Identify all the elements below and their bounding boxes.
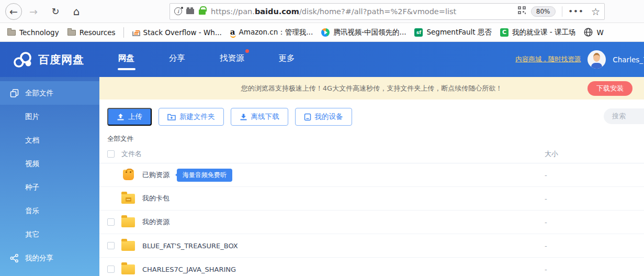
- file-name[interactable]: 已购资源: [142, 170, 170, 180]
- app-body: 全部文件 图片 文档 视频 种子 音乐 其它 我的分享 您的浏览器支持极速上传！…: [0, 77, 644, 276]
- amazon-icon: a: [230, 28, 235, 36]
- share-icon: [10, 253, 19, 262]
- sidebar-item-pictures[interactable]: 图片: [0, 105, 99, 128]
- sidebar-item-my-shares[interactable]: 我的分享: [0, 246, 99, 270]
- tencent-video-icon: [321, 28, 330, 37]
- globe-icon: [584, 28, 593, 37]
- nav-tab-more[interactable]: 更多: [279, 48, 295, 71]
- bookmark-stackoverflow[interactable]: Stack Overflow - Wh...: [128, 28, 226, 37]
- file-row-purchased[interactable]: 已购资源 海量音频免费听 -: [99, 163, 644, 187]
- bookmark-label: 我的就业课 - 课工场: [512, 28, 575, 37]
- forward-button[interactable]: →: [25, 3, 42, 20]
- download-icon: [240, 113, 247, 121]
- column-size: 大小: [545, 149, 644, 159]
- secure-lock-icon: [199, 9, 206, 15]
- file-name[interactable]: 我的资源: [142, 217, 170, 227]
- baidu-pan-logo[interactable]: 百度网盘: [13, 51, 84, 68]
- upload-notice-banner: 您的浏览器支持极速上传！4G大文件高速秒传，支持文件夹上传，断点续传随心所欲！ …: [99, 77, 644, 100]
- browser-toolbar: ← → ↻ ⌂ i https://pan.baidu.com/disk/hom…: [0, 0, 644, 23]
- sidebar-item-videos[interactable]: 视频: [0, 152, 99, 175]
- back-button[interactable]: ←: [5, 3, 22, 20]
- file-name[interactable]: CHARLES7C_JAVA_SHARING: [142, 266, 236, 273]
- content-mall-link[interactable]: 内容商城，随时找资源: [515, 55, 581, 64]
- bookmark-label: SegmentFault 思否: [426, 28, 491, 37]
- offline-download-button[interactable]: 离线下载: [231, 108, 288, 126]
- file-name[interactable]: BLUE_FAT'S_TREASURE_BOX: [142, 242, 238, 250]
- row-checkbox[interactable]: [107, 266, 115, 273]
- file-name[interactable]: 我的卡包: [142, 194, 170, 203]
- file-size: -: [545, 218, 644, 226]
- url-text[interactable]: https://pan.baidu.com/disk/home?#/all?pa…: [211, 7, 515, 16]
- file-row-card-pack[interactable]: 我的卡包 -: [99, 187, 644, 211]
- nav-tab-disk[interactable]: 网盘: [118, 48, 134, 71]
- reload-button[interactable]: ↻: [47, 3, 64, 20]
- row-checkbox[interactable]: [107, 218, 115, 226]
- segmentfault-icon: sf: [414, 28, 423, 37]
- bookmark-label: Technology: [19, 28, 59, 37]
- file-size: -: [545, 171, 644, 179]
- file-list-header: 文件名 大小: [99, 145, 644, 163]
- folder-icon: [7, 30, 16, 36]
- bookmark-segmentfault[interactable]: sfSegmentFault 思否: [410, 28, 495, 37]
- main-content: 您的浏览器支持极速上传！4G大文件高速秒传，支持文件夹上传，断点续传随心所欲！ …: [99, 77, 644, 276]
- bookmark-kegongchang[interactable]: C我的就业课 - 课工场: [496, 28, 580, 37]
- row-checkbox[interactable]: [107, 242, 115, 249]
- sidebar-item-torrents[interactable]: 种子: [0, 175, 99, 199]
- bookmark-folder-resources[interactable]: Resources: [63, 28, 120, 37]
- qr-code-icon[interactable]: [518, 6, 526, 16]
- upload-button[interactable]: 上传: [107, 108, 152, 126]
- file-row-java-sharing[interactable]: CHARLES7C_JAVA_SHARING -: [99, 258, 644, 276]
- forward-icon: →: [29, 6, 38, 17]
- select-all-checkbox[interactable]: [107, 150, 115, 158]
- nav-tab-find-resources[interactable]: 找资源: [220, 48, 244, 71]
- sidebar-item-label: 种子: [25, 183, 39, 192]
- file-size: -: [545, 242, 644, 250]
- baidu-pan-logo-icon: [13, 51, 33, 68]
- site-info-icon[interactable]: i: [174, 7, 182, 15]
- notification-dot: [245, 49, 249, 53]
- sidebar-item-music[interactable]: 音乐: [0, 199, 99, 223]
- nav-tab-share[interactable]: 分享: [169, 48, 185, 71]
- camera-permission-icon[interactable]: [186, 9, 194, 14]
- file-row-my-resources[interactable]: 我的资源 -: [99, 211, 644, 234]
- folder-icon: [121, 263, 135, 275]
- bookmark-star-icon[interactable]: ☆: [591, 6, 600, 17]
- my-device-button[interactable]: 我的设备: [295, 108, 352, 126]
- bookmark-label: 腾讯视频-中国领先的...: [333, 28, 406, 37]
- bookmark-tencent-video[interactable]: 腾讯视频-中国领先的...: [317, 28, 410, 37]
- sidebar-item-label: 全部文件: [25, 89, 53, 98]
- sidebar-item-label: 图片: [25, 112, 39, 122]
- zoom-level-badge[interactable]: 80%: [531, 6, 556, 17]
- avatar[interactable]: [587, 50, 606, 69]
- bookmark-label: Amazon.cn：管理我...: [239, 28, 313, 37]
- purchased-bag-icon: [121, 169, 135, 181]
- site-header: 百度网盘 网盘 分享 找资源 更多 内容商城，随时找资源 Charles_7c: [0, 42, 644, 77]
- sidebar-item-documents[interactable]: 文档: [0, 128, 99, 152]
- folder-icon: [67, 30, 76, 36]
- files-icon: [10, 89, 19, 97]
- column-name: 文件名: [121, 149, 142, 159]
- sidebar-item-label: 其它: [25, 230, 39, 239]
- sidebar: 全部文件 图片 文档 视频 种子 音乐 其它 我的分享: [0, 77, 99, 276]
- new-folder-button[interactable]: 新建文件夹: [159, 108, 224, 126]
- sidebar-item-label: 音乐: [25, 206, 39, 216]
- sidebar-item-all-files[interactable]: 全部文件: [0, 81, 99, 105]
- home-button[interactable]: ⌂: [68, 3, 85, 20]
- bookmark-amazon[interactable]: aAmazon.cn：管理我...: [226, 28, 317, 37]
- page-actions-icon[interactable]: •••: [569, 7, 584, 15]
- file-size: -: [545, 266, 644, 273]
- upload-icon: [117, 113, 125, 121]
- folder-icon: [121, 216, 135, 228]
- action-bar: 上传 新建文件夹 离线下载 我的设备: [99, 100, 644, 126]
- logo-text: 百度网盘: [38, 52, 84, 67]
- new-folder-icon: [167, 113, 176, 120]
- search-input[interactable]: 搜索: [604, 108, 644, 124]
- bookmark-globe[interactable]: W: [580, 28, 607, 37]
- sidebar-item-others[interactable]: 其它: [0, 223, 99, 246]
- address-bar[interactable]: i https://pan.baidu.com/disk/home?#/all?…: [170, 3, 605, 20]
- username[interactable]: Charles_7c: [613, 56, 644, 64]
- notice-text: 您的浏览器支持极速上传！4G大文件高速秒传，支持文件夹上传，断点续传随心所欲！: [241, 84, 502, 93]
- file-row-treasure-box[interactable]: BLUE_FAT'S_TREASURE_BOX -: [99, 234, 644, 258]
- download-install-button[interactable]: 下载安装: [587, 81, 632, 96]
- bookmark-folder-technology[interactable]: Technology: [3, 28, 63, 37]
